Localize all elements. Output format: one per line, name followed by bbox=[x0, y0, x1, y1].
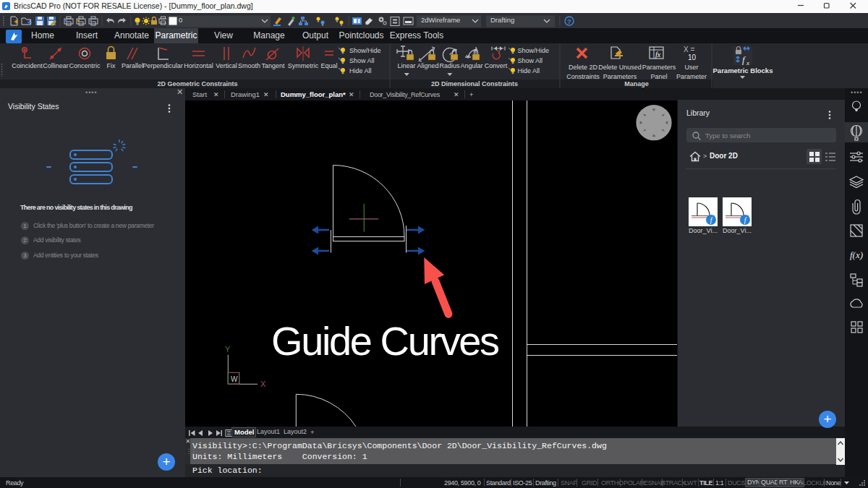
svg-text:Y: Y bbox=[225, 345, 231, 354]
svg-text:Fix: Fix bbox=[107, 62, 116, 69]
svg-text:Convert: Convert bbox=[485, 62, 508, 69]
svg-text:X =: X = bbox=[684, 46, 694, 53]
svg-text:Symmetric: Symmetric bbox=[288, 62, 319, 69]
svg-text:Parameters: Parameters bbox=[642, 64, 676, 71]
svg-text:Parallel: Parallel bbox=[122, 62, 143, 69]
svg-text:Show/Hide: Show/Hide bbox=[349, 47, 381, 54]
svg-text:Show All: Show All bbox=[518, 57, 543, 64]
svg-text:10: 10 bbox=[688, 53, 697, 61]
svg-text:Vertical: Vertical bbox=[216, 62, 237, 69]
svg-text:Collinear: Collinear bbox=[43, 62, 69, 69]
svg-text:Horizontal: Horizontal bbox=[184, 62, 213, 69]
svg-text:Smooth: Smooth bbox=[238, 62, 260, 69]
svg-text:x: x bbox=[746, 59, 749, 67]
svg-text:W: W bbox=[231, 375, 238, 383]
svg-text:f(x): f(x) bbox=[850, 249, 863, 260]
svg-text:X: X bbox=[260, 380, 266, 388]
svg-text:Hide All: Hide All bbox=[518, 67, 540, 74]
svg-text:Show/Hide: Show/Hide bbox=[518, 47, 550, 54]
svg-text:Delete 2D: Delete 2D bbox=[569, 64, 598, 71]
svg-text:Hide All: Hide All bbox=[349, 67, 372, 74]
svg-text:Coincident: Coincident bbox=[12, 62, 43, 69]
svg-text:?: ? bbox=[567, 17, 571, 25]
svg-text:Parametric Blocks: Parametric Blocks bbox=[713, 67, 773, 74]
svg-text:Aligned: Aligned bbox=[417, 62, 439, 69]
svg-text:User: User bbox=[684, 64, 698, 71]
svg-text:Tangent: Tangent bbox=[261, 62, 285, 69]
svg-text:Equal: Equal bbox=[320, 62, 337, 69]
svg-text:Perpendicular: Perpendicular bbox=[142, 62, 183, 69]
svg-text:Angular: Angular bbox=[460, 62, 482, 69]
svg-text:fx: fx bbox=[655, 51, 661, 59]
svg-text:Radius: Radius bbox=[439, 62, 460, 69]
svg-text:Concentric: Concentric bbox=[69, 62, 101, 69]
svg-text:Show All: Show All bbox=[349, 57, 375, 64]
svg-text:Linear: Linear bbox=[397, 62, 415, 69]
svg-text:Delete Unused: Delete Unused bbox=[598, 64, 642, 71]
